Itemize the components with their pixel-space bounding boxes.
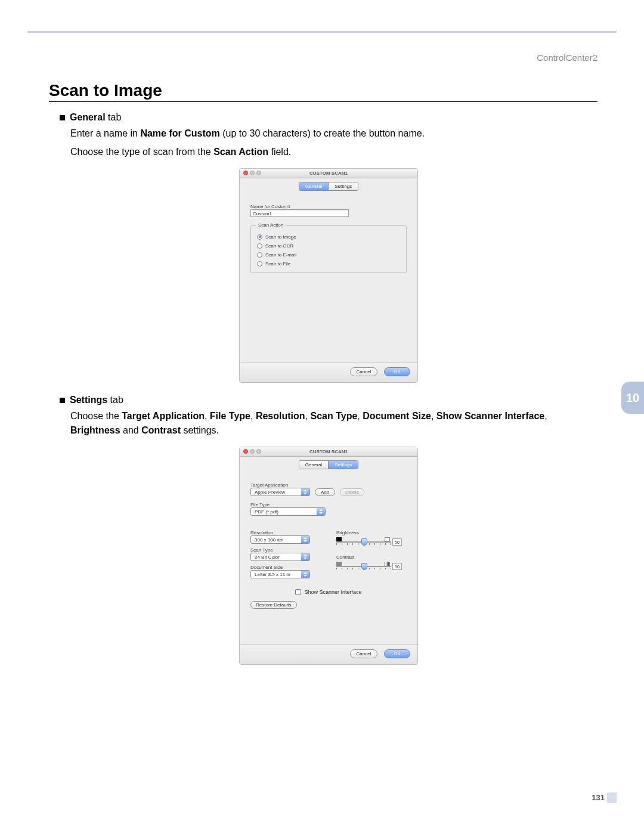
tabs-bar: General Settings xyxy=(240,457,417,473)
cancel-button[interactable]: Cancel xyxy=(350,367,378,376)
text: field. xyxy=(268,147,291,157)
settings-para: Choose the Target Application, File Type… xyxy=(70,409,597,439)
page-number: 131 xyxy=(592,793,605,802)
radio-label: Scan to File xyxy=(265,261,290,267)
bullet-square-icon xyxy=(60,398,65,403)
ok-button[interactable]: OK xyxy=(384,649,410,658)
text: , xyxy=(205,411,210,421)
chevron-updown-icon xyxy=(301,571,309,578)
radio-label: Scan to Image xyxy=(265,234,296,240)
text-bold: Target Application xyxy=(122,411,205,421)
target-application-select[interactable]: Apple Preview xyxy=(250,488,310,496)
radio-icon xyxy=(257,234,262,240)
select-value: 300 x 300 dpi xyxy=(251,536,301,543)
brightness-label: Brightness xyxy=(336,530,407,535)
name-for-custom-input[interactable]: Custom1 xyxy=(250,209,349,217)
radio-scan-to-email[interactable]: Scan to E-mail xyxy=(257,252,400,258)
restore-defaults-button[interactable]: Restore Defaults xyxy=(250,601,297,609)
page-number-decoration xyxy=(607,792,617,803)
brightness-slider[interactable]: 50 xyxy=(336,535,402,550)
radio-icon xyxy=(257,252,262,258)
scan-type-select[interactable]: 24 Bit Color xyxy=(250,553,310,561)
window-close-icon[interactable] xyxy=(243,171,248,175)
select-value: Apple Preview xyxy=(251,488,301,496)
bullet-square-icon xyxy=(60,115,65,120)
low-contrast-icon xyxy=(336,562,342,566)
select-value: 24 Bit Color xyxy=(251,553,301,561)
document-size-label: Document Size xyxy=(250,565,321,570)
chevron-updown-icon xyxy=(301,488,309,496)
text: , xyxy=(431,411,436,421)
checkbox-label: Show Scanner Interface xyxy=(304,589,361,595)
radio-scan-to-file[interactable]: Scan to File xyxy=(257,261,400,267)
custom-scan-dialog-general: CUSTOM SCAN1 General Settings Name for C… xyxy=(239,168,418,383)
radio-icon xyxy=(257,261,262,267)
target-application-label: Target Application xyxy=(250,482,407,488)
thumb-index-tab: 10 xyxy=(621,382,644,414)
select-value: Letter 8.5 x 11 in xyxy=(251,571,301,578)
tab-settings[interactable]: Settings xyxy=(329,182,358,190)
top-horizontal-rule xyxy=(27,31,617,33)
radio-scan-to-ocr[interactable]: Scan to OCR xyxy=(257,243,400,249)
text-bold: Name for Custom xyxy=(140,128,219,138)
file-type-select[interactable]: PDF (*.pdf) xyxy=(250,507,326,516)
select-value: PDF (*.pdf) xyxy=(251,508,317,515)
dialog-titlebar: CUSTOM SCAN1 xyxy=(240,447,417,457)
window-minimize-icon[interactable] xyxy=(250,449,255,454)
radio-label: Scan to OCR xyxy=(265,243,293,249)
name-for-custom-label: Name for Custom1 xyxy=(250,204,407,209)
text: settings. xyxy=(181,425,219,435)
text-bold: Contrast xyxy=(141,425,181,435)
show-scanner-interface-checkbox[interactable]: Show Scanner Interface xyxy=(250,589,407,595)
bullet-settings-rest: tab xyxy=(107,395,123,405)
window-zoom-icon[interactable] xyxy=(256,171,261,175)
text-bold: Scan Type xyxy=(310,411,357,421)
traffic-lights xyxy=(243,449,261,454)
window-close-icon[interactable] xyxy=(243,449,248,454)
bullet-general-bold: General xyxy=(70,112,106,122)
text-bold: File Type xyxy=(210,411,250,421)
bullet-settings-tab: Settings tab xyxy=(70,395,123,405)
cancel-button[interactable]: Cancel xyxy=(350,649,378,658)
document-size-select[interactable]: Letter 8.5 x 11 in xyxy=(250,570,310,578)
bullet-settings-bold: Settings xyxy=(70,395,107,405)
chevron-updown-icon xyxy=(317,508,325,515)
radio-scan-to-image[interactable]: Scan to Image xyxy=(257,234,400,240)
general-para-1: Enter a name in Name for Custom (up to 3… xyxy=(70,126,597,141)
window-minimize-icon[interactable] xyxy=(250,171,255,175)
ok-button[interactable]: OK xyxy=(384,367,410,376)
text: Choose the xyxy=(70,411,122,421)
contrast-slider[interactable]: 50 xyxy=(336,560,402,574)
radio-icon xyxy=(257,243,262,249)
text-bold: Brightness xyxy=(70,425,120,435)
window-zoom-icon[interactable] xyxy=(256,449,261,454)
tab-settings[interactable]: Settings xyxy=(328,461,358,469)
text: , xyxy=(357,411,363,421)
resolution-select[interactable]: 300 x 300 dpi xyxy=(250,535,310,544)
dialog-titlebar: CUSTOM SCAN1 xyxy=(240,169,417,178)
brightness-value: 50 xyxy=(392,538,402,546)
add-button[interactable]: Add xyxy=(315,488,335,496)
text-bold: Resolution xyxy=(256,411,305,421)
text: , xyxy=(544,411,547,421)
bullet-general-rest: tab xyxy=(106,112,122,122)
contrast-value: 50 xyxy=(392,563,402,570)
slider-thumb[interactable] xyxy=(361,563,367,570)
text-bold: Scan Action xyxy=(213,147,268,157)
tab-general[interactable]: General xyxy=(299,461,328,469)
white-swatch-icon xyxy=(385,537,390,541)
tab-general[interactable]: General xyxy=(299,182,329,190)
text: , xyxy=(250,411,256,421)
tabs-bar: General Settings xyxy=(240,178,417,194)
high-contrast-icon xyxy=(385,562,390,566)
resolution-label: Resolution xyxy=(250,530,321,535)
text-bold: Show Scanner Interface xyxy=(436,411,544,421)
slider-thumb[interactable] xyxy=(361,538,367,546)
scan-action-legend: Scan Action xyxy=(256,222,286,228)
text-bold: Document Size xyxy=(363,411,431,421)
page-title: Scan to Image xyxy=(49,81,162,100)
scan-action-fieldset: Scan Action Scan to Image Scan to OCR Sc… xyxy=(250,225,407,273)
contrast-label: Contrast xyxy=(336,555,407,560)
scan-type-label: Scan Type xyxy=(250,547,321,553)
traffic-lights xyxy=(243,171,261,175)
